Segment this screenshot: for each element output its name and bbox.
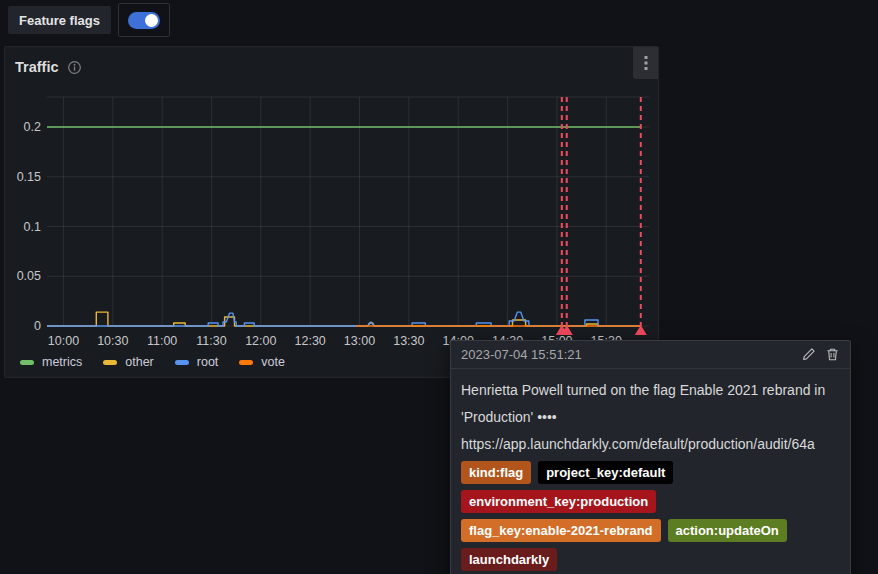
legend-color-metrics [20,360,34,365]
legend-label-other: other [125,355,154,369]
annotation-actions [801,347,840,362]
x-axis-label: 10:30 [97,334,128,348]
y-axis-label: 0.05 [17,269,41,283]
annotation-controls-row: Feature flags [8,3,170,37]
annotation-tooltip: 2023-07-04 15:51:21 Henrietta Powell tur… [450,340,851,574]
annotation-timestamp: 2023-07-04 15:51:21 [461,347,582,362]
annotation-tag[interactable]: kind:flag [461,461,531,484]
toggle-pill [128,12,160,29]
x-axis-label: 13:00 [344,334,375,348]
y-axis-label: 0.2 [24,120,41,134]
legend-item-root[interactable]: root [175,355,219,369]
feature-flags-label: Feature flags [8,6,111,34]
legend-item-other[interactable]: other [103,355,154,369]
traffic-panel: Traffic 00.050.10.150.210:0010:3011:0011… [4,46,659,378]
x-axis-label: 12:00 [245,334,276,348]
annotation-url[interactable]: https://app.launchdarkly.com/default/pro… [461,431,840,458]
annotation-tag[interactable]: launchdarkly [461,548,557,571]
feature-flags-toggle[interactable] [118,3,170,37]
annotation-tag[interactable]: project_key:default [538,461,673,484]
pencil-icon[interactable] [801,347,816,362]
x-axis-label: 13:30 [393,334,424,348]
annotation-tag[interactable]: flag_key:enable-2021-rebrand [461,519,661,542]
annotation-tags: kind:flagproject_key:defaultenvironment_… [461,461,840,571]
series-line-other [47,312,641,326]
legend-label-metrics: metrics [42,355,82,369]
series-line-root [47,312,641,326]
legend-color-vote [239,360,253,365]
x-axis-label: 11:30 [196,334,226,348]
traffic-chart: 00.050.10.150.210:0010:3011:0011:3012:00… [5,47,658,353]
chart-legend: metrics other root vote [20,355,285,369]
trash-icon[interactable] [825,347,840,362]
y-axis-label: 0.15 [17,170,41,184]
annotation-message: Henrietta Powell turned on the flag Enab… [461,377,840,431]
y-axis-label: 0.1 [24,220,41,234]
y-axis-label: 0 [34,319,41,333]
legend-label-root: root [197,355,219,369]
legend-item-metrics[interactable]: metrics [20,355,82,369]
legend-color-root [175,360,189,365]
annotation-tag[interactable]: environment_key:production [461,490,656,513]
legend-item-vote[interactable]: vote [239,355,285,369]
x-axis-label: 10:00 [48,334,79,348]
x-axis-label: 12:30 [295,334,326,348]
legend-color-other [103,360,117,365]
toggle-knob [145,14,158,27]
dashboard-page: Feature flags Traffic [0,0,878,574]
annotation-tooltip-header: 2023-07-04 15:51:21 [451,341,850,369]
x-axis-label: 11:00 [147,334,177,348]
annotation-tooltip-body: Henrietta Powell turned on the flag Enab… [451,369,850,574]
annotation-tag[interactable]: action:updateOn [668,519,787,542]
legend-label-vote: vote [261,355,285,369]
